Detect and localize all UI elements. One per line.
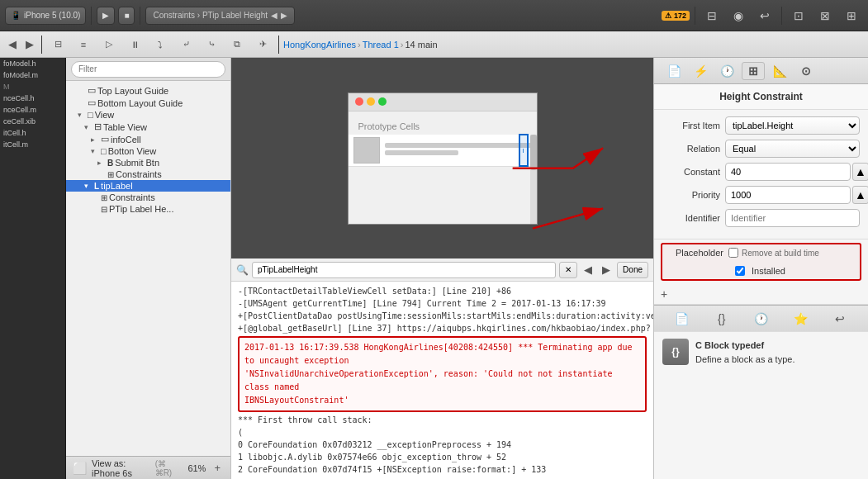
tree-arrow-view: ▾ [78,111,86,119]
breadcrumb-thread[interactable]: Thread 1 [363,40,399,50]
ib-area-wrapper: Prototype Cells I [231,58,653,258]
tree-item-ptiplabel[interactable]: ⊟ PTip Label He... [66,203,230,215]
placeholder-checkbox[interactable] [728,248,738,258]
priority-value[interactable] [725,186,851,204]
tree-item-view[interactable]: ▾ □ View [66,109,230,121]
layout-btn-3[interactable]: ↩ [753,7,776,25]
tree-item-constraints1[interactable]: ⊞ Constraints [66,168,230,180]
simulate-btn[interactable]: ✈ [251,36,274,54]
run-btn[interactable]: ▶ [97,7,115,25]
breadcrumb-arrow-right[interactable]: ▶ [281,11,287,20]
inspector-quick-icon[interactable]: ⚡ [689,62,712,80]
pause-btn[interactable]: ⏸ [123,36,146,54]
relation-select[interactable]: Equal [725,140,860,158]
breadcrumb-bar[interactable]: Constraints › PTip Label Height ◀ ▶ [145,7,295,25]
bottom-code-icon[interactable]: {} [710,310,733,328]
device-label: iPhone 5 (10.0) [24,11,80,20]
tree-item-tableview[interactable]: ▾ ⊟ Table View [66,121,230,133]
sidebar-cecell-xib[interactable]: ceCell.xib [0,116,65,127]
tree-item-constraints2[interactable]: ⊞ Constraints [66,192,230,203]
panel-left-btn[interactable]: ⊡ [787,7,810,25]
constant-value[interactable] [725,163,851,181]
debug-section: 🔍 ✕ ◀ ▶ Done -[TRContactDetailTableViewC… [231,258,653,479]
scrollbar[interactable] [530,135,537,224]
tree-label: Top Layout Guide [97,86,168,96]
constant-step-up[interactable]: ▲ [852,163,868,181]
relation-row: Relation Equal [662,140,860,158]
build-btn[interactable]: ≡ [72,36,95,54]
ib-canvas[interactable]: Prototype Cells I [348,92,538,225]
tree-icon: ▭ [88,85,96,96]
sidebar-fomodel-m[interactable]: foModel.m [0,69,65,81]
constraints2-icon: ⊞ [101,193,107,202]
view-as-label: View as: iPhone 6s [92,458,150,478]
tree-item-bottonview[interactable]: ▾ □ Botton View [66,145,230,157]
add-constraint-btn[interactable]: + [661,287,667,301]
warning-badge[interactable]: ⚠ 172 [662,11,690,21]
step-over-btn[interactable]: ⤵ [149,36,172,54]
bottom-file-icon[interactable]: 📄 [671,310,694,328]
bottom-star-icon[interactable]: ⭐ [789,310,812,328]
stop-btn[interactable]: ■ [118,7,135,25]
inspector-history-icon[interactable]: 🕐 [715,62,738,80]
close-dot[interactable] [355,97,363,106]
log-line-2: -[UMSAgent getCurrentTime] [Line 794] Cu… [238,297,647,310]
constant-row: Constant ▲ ▼ [662,163,860,181]
tree-item-tiplabel[interactable]: ▾ L tipLabel [66,180,230,192]
sidebar-ncecell-h[interactable]: nceCell.h [0,92,65,104]
step-into-btn[interactable]: ⤶ [174,36,197,54]
filter-forward-btn[interactable]: ▶ [599,262,614,277]
priority-step-up[interactable]: ▲ [852,186,868,204]
show-related-btn[interactable]: ⊟ [46,36,69,54]
placeholder-installed-section: Placeholder Remove at build time Install… [661,243,861,281]
sidebar-fomodel-h[interactable]: foModel.h [0,58,65,69]
panel-center-btn[interactable]: ⊠ [813,7,837,25]
clear-filter-btn[interactable]: ✕ [559,262,577,278]
zoom-add-btn[interactable]: + [211,460,224,476]
breadcrumb-airline[interactable]: HongKongAirlines [283,40,356,50]
identifier-input[interactable] [725,209,860,227]
view-icon: □ [88,110,93,120]
bottom-clock-icon[interactable]: 🕐 [749,310,772,328]
debug-view-btn[interactable]: ⧉ [225,36,249,54]
error-line-3: IBNSLayoutConstraint' [244,394,640,407]
done-btn[interactable]: Done [617,262,648,278]
layout-btn-1[interactable]: ⊟ [700,7,723,25]
type-def-description: Define a block as a type. [695,353,794,367]
tree-item-submitbtn[interactable]: ▸ B Submit Btn [66,157,230,168]
run2-btn[interactable]: ▷ [97,36,121,54]
console-filter-input[interactable] [252,262,556,278]
inspector-connect-icon[interactable]: ⊙ [794,62,818,80]
filter-input[interactable] [71,61,225,78]
back-btn[interactable]: ◀ [5,36,20,52]
layout-btn-2[interactable]: ◉ [727,7,750,25]
forward-btn[interactable]: ▶ [22,36,37,52]
ptiplabel-icon: ⊟ [101,205,107,214]
bottom-back-icon[interactable]: ↩ [828,310,851,328]
tree-item-toplayout[interactable]: ▭ Top Layout Guide [66,84,230,97]
type-def-title: C Block typedef [695,339,794,353]
view-label: View [95,110,115,120]
sidebar-ncecell-m[interactable]: nceCell.m [0,104,65,116]
inspector-file-icon[interactable]: 📄 [662,62,685,80]
bottonview-icon: □ [101,146,107,156]
breadcrumb-arrow-left[interactable]: ◀ [271,11,277,20]
sidebar-itcell-m[interactable]: itCell.m [0,139,65,150]
tree-icon: ▭ [88,97,96,108]
tree-item-infocell[interactable]: ▸ ▭ infoCell [66,133,230,145]
identifier-label: Identifier [662,213,720,223]
installed-checkbox[interactable] [735,266,745,276]
sidebar-itcell-h[interactable]: itCell.h [0,127,65,139]
maximize-dot[interactable] [378,97,387,106]
type-def-icon: {} [662,339,689,365]
filter-back-btn[interactable]: ◀ [581,262,595,277]
minimize-dot[interactable] [367,97,375,106]
step-out-btn[interactable]: ⤷ [200,36,223,54]
tree-item-bottomlayout[interactable]: ▭ Bottom Layout Guide [66,97,230,109]
first-item-select[interactable]: tipLabel.Height [725,116,860,135]
sidebar-m-badge[interactable]: M [0,81,65,92]
inspector-attrs-icon[interactable]: ⊞ [742,62,765,80]
scheme-selector[interactable]: 📱 iPhone 5 (10.0) [5,7,86,25]
inspector-size-icon[interactable]: 📐 [768,62,791,80]
panel-right-btn[interactable]: ⊞ [840,7,863,25]
